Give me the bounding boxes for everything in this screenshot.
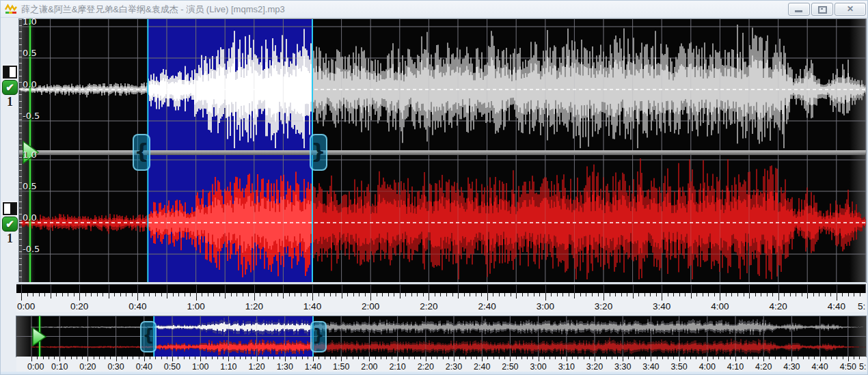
time-tick	[521, 357, 522, 359]
time-tick	[724, 357, 725, 359]
restore-icon	[818, 6, 827, 14]
time-tick	[251, 357, 252, 359]
selection-start-handle[interactable]: {	[133, 134, 150, 171]
time-tick	[280, 357, 280, 359]
restore-button[interactable]	[811, 3, 833, 16]
time-tick	[139, 357, 139, 359]
time-tick	[803, 357, 804, 359]
time-tick	[381, 357, 381, 359]
time-label: 3:30	[614, 362, 631, 372]
overview-selection-end-handle[interactable]: }	[310, 321, 327, 352]
time-tick	[37, 357, 38, 359]
time-tick	[212, 357, 213, 359]
amplitude-label: 0.5	[23, 48, 37, 58]
overview-selection-start-handle[interactable]: {	[140, 321, 157, 352]
time-tick	[262, 357, 263, 359]
time-tick	[375, 357, 376, 359]
time-tick	[225, 293, 226, 298]
time-tick	[499, 357, 500, 359]
minimize-button[interactable]	[788, 3, 810, 16]
main-time-ruler[interactable]: 5: 0:000:200:401:001:201:402:002:202:403…	[16, 293, 866, 312]
selection-end-handle[interactable]: }	[310, 134, 327, 171]
time-tick	[173, 293, 174, 296]
time-tick	[668, 357, 668, 359]
time-label: 1:40	[303, 301, 321, 311]
time-tick	[493, 293, 493, 296]
channel2-number: 1	[1, 232, 19, 246]
time-tick	[155, 293, 156, 296]
time-tick	[448, 357, 449, 359]
time-tick	[623, 357, 623, 361]
time-tick	[690, 357, 691, 359]
amplitude-label: 0.0	[23, 79, 37, 89]
time-tick	[848, 293, 849, 296]
time-tick	[330, 293, 331, 296]
time-tick	[452, 293, 453, 296]
time-tick	[510, 357, 511, 361]
time-label: 2:00	[361, 362, 377, 372]
time-label: 5:	[859, 362, 866, 372]
channel2-pan-indicator-icon[interactable]	[3, 202, 17, 215]
time-label: 2:10	[389, 362, 405, 372]
time-tick	[94, 357, 94, 359]
amplitude-label: -0.5	[23, 244, 40, 254]
time-tick	[592, 293, 593, 296]
time-tick	[516, 293, 517, 298]
channel1-enabled-checkbox[interactable]: ✔	[2, 80, 18, 95]
time-tick	[189, 357, 190, 359]
time-tick	[257, 357, 258, 361]
marker-strip[interactable]	[16, 284, 866, 294]
time-tick	[662, 357, 663, 359]
time-tick	[527, 357, 528, 359]
time-tick	[673, 293, 674, 296]
time-tick	[137, 293, 138, 301]
time-tick	[504, 357, 505, 359]
time-tick	[307, 293, 308, 296]
time-tick	[470, 293, 470, 296]
overview-strip[interactable]: { }	[16, 316, 867, 357]
time-label: 4:30	[783, 362, 800, 372]
time-tick	[464, 293, 465, 296]
time-label: 2:50	[502, 362, 518, 372]
time-tick	[435, 293, 435, 296]
time-tick	[532, 357, 533, 359]
channel1-pan-indicator-icon[interactable]	[3, 66, 17, 79]
titlebar[interactable]: 薛之谦&阿兰&摩登兄弟&白举纲&袁成杰 - 演员 (Live) [mqms2].…	[1, 1, 868, 18]
time-label: 0:40	[128, 301, 146, 311]
time-tick	[440, 293, 441, 296]
time-tick	[650, 293, 651, 296]
time-tick	[628, 357, 629, 359]
time-tick	[103, 293, 103, 296]
close-button[interactable]: ✕	[835, 3, 866, 16]
time-tick	[610, 293, 610, 296]
time-tick	[273, 357, 274, 359]
time-tick	[99, 357, 100, 359]
time-tick	[74, 293, 74, 296]
time-tick	[813, 293, 814, 296]
time-tick	[114, 293, 115, 296]
overview-play-triangle[interactable]	[32, 327, 47, 346]
time-tick	[562, 293, 563, 296]
time-label: 3:40	[653, 301, 670, 311]
time-tick	[454, 357, 455, 361]
time-tick	[27, 293, 28, 296]
time-label: 3:00	[530, 362, 546, 372]
overview-time-ruler[interactable]: 5: 0:000:100:200:300:400:501:001:101:201…	[16, 357, 866, 372]
time-tick	[809, 357, 809, 359]
time-tick	[318, 357, 319, 359]
time-tick	[854, 293, 854, 296]
time-tick	[772, 293, 773, 296]
time-tick	[615, 293, 616, 296]
time-tick	[56, 293, 57, 296]
channel2-enabled-checkbox[interactable]: ✔	[2, 217, 18, 232]
time-tick	[459, 357, 460, 359]
waveform-editor[interactable]: { } 1.00.50.0-0.51.00.50.0-0.5	[18, 18, 867, 283]
time-tick	[487, 357, 488, 359]
time-tick	[586, 293, 586, 296]
time-tick	[245, 357, 246, 359]
time-tick	[499, 293, 500, 296]
time-tick	[85, 293, 86, 296]
time-tick	[837, 293, 837, 301]
time-tick	[62, 293, 63, 296]
time-tick	[731, 293, 732, 296]
